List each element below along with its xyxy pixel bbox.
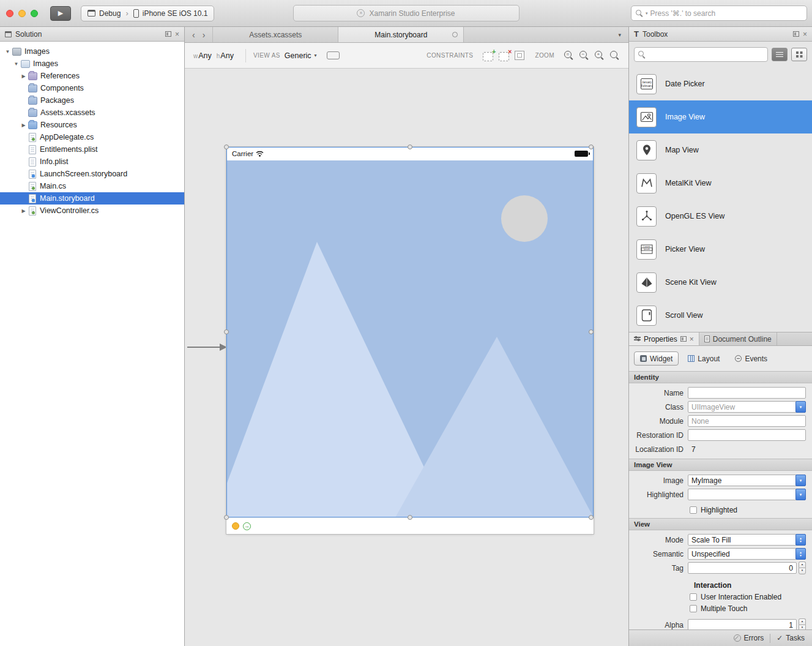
image-view-placeholder[interactable] — [226, 160, 594, 517]
zoom-in-icon[interactable]: + — [595, 51, 605, 61]
tree-item-appdelegate[interactable]: AppDelegate.cs — [0, 131, 184, 143]
semantic-popup[interactable]: Unspecified ▲▼ — [688, 548, 806, 560]
toolbox-search-input[interactable] — [648, 50, 764, 59]
tab-assets-xcassets[interactable]: Assets.xcassets — [213, 27, 338, 42]
resize-handle-top-center[interactable] — [408, 145, 412, 149]
tree-item-references[interactable]: ▶ References — [0, 70, 184, 82]
tab-document-outline[interactable]: Document Outline — [699, 332, 777, 345]
resize-handle-middle-right[interactable] — [589, 329, 594, 334]
close-panel-icon[interactable]: × — [803, 31, 807, 38]
tree-item-mainstoryboard[interactable]: Main.storyboard — [0, 192, 184, 205]
search-scope-caret-icon[interactable]: ▾ — [646, 11, 648, 16]
view-controller-icon[interactable] — [232, 522, 239, 530]
close-panel-icon[interactable]: × — [690, 336, 694, 343]
dock-panel-icon[interactable] — [793, 31, 799, 37]
mode-popup[interactable]: Scale To Fill ▲▼ — [688, 534, 806, 546]
semantic-popup-arrows-icon[interactable]: ▲▼ — [795, 548, 806, 560]
disclosure-open-icon[interactable]: ▼ — [4, 49, 12, 54]
zoom-window-button[interactable] — [31, 10, 38, 17]
toolbox-item-metalkit-view[interactable]: MetalKit View — [629, 167, 812, 200]
tag-stepper[interactable]: ▲ ▼ — [799, 561, 806, 574]
zoom-out-icon[interactable]: − — [579, 51, 589, 61]
zoom-fit-icon[interactable]: = — [564, 51, 574, 61]
configuration-selector[interactable]: Debug — [88, 9, 121, 18]
view-controller-scene[interactable]: Carrier — [226, 147, 594, 534]
alpha-field[interactable]: 1 — [688, 619, 797, 629]
tree-item-resources[interactable]: ▶ Resources — [0, 119, 184, 131]
tree-item-assets[interactable]: Assets.xcassets — [0, 107, 184, 119]
resize-handle-top-left[interactable] — [224, 145, 229, 149]
tree-item-solution-images[interactable]: ▼ Images — [0, 45, 184, 58]
image-combo-arrow-icon[interactable]: ▼ — [795, 475, 806, 486]
name-field[interactable] — [688, 387, 806, 399]
toolbox-grid-view-button[interactable] — [791, 48, 807, 61]
tree-item-maincs[interactable]: Main.cs — [0, 180, 184, 192]
close-window-button[interactable] — [6, 10, 13, 17]
device-selector[interactable]: iPhone SE iOS 10.1 — [133, 9, 208, 18]
stepper-down-icon[interactable]: ▼ — [799, 568, 806, 574]
remove-constraint-icon[interactable]: × — [499, 52, 509, 61]
disclosure-closed-icon[interactable]: ▶ — [20, 208, 28, 214]
resize-handle-bottom-center[interactable] — [408, 515, 412, 520]
toolbox-list-view-button[interactable] — [772, 48, 788, 61]
tree-item-components[interactable]: Components — [0, 82, 184, 94]
navigate-forward-icon[interactable]: › — [203, 31, 206, 39]
stepper-up-icon[interactable]: ▲ — [799, 618, 806, 625]
dock-panel-icon[interactable] — [680, 336, 687, 342]
dock-panel-icon[interactable] — [165, 31, 171, 37]
events-button[interactable]: Events — [729, 351, 773, 366]
resize-handle-bottom-right[interactable] — [589, 515, 594, 520]
disclosure-closed-icon[interactable]: ▶ — [20, 122, 28, 128]
highlighted-checkbox[interactable] — [690, 506, 697, 514]
resize-handle-top-right[interactable] — [589, 145, 594, 149]
stepper-up-icon[interactable]: ▲ — [799, 561, 806, 568]
toolbox-item-scroll-view[interactable]: Scroll View — [629, 299, 812, 332]
tree-item-infoplist[interactable]: Info.plist — [0, 156, 184, 168]
tab-list-dropdown-icon[interactable]: ▾ — [611, 27, 628, 42]
view-as-dropdown[interactable]: Generic ▾ — [285, 51, 317, 60]
tree-item-launchscreen[interactable]: LaunchScreen.storyboard — [0, 168, 184, 180]
disclosure-open-icon[interactable]: ▼ — [12, 61, 20, 67]
highlighted-combo-arrow-icon[interactable]: ▼ — [795, 489, 806, 500]
alpha-stepper[interactable]: ▲ ▼ — [799, 618, 806, 629]
size-class-control[interactable]: w Any h Any — [193, 51, 238, 60]
zoom-actual-size-icon[interactable] — [610, 51, 620, 61]
resize-handle-middle-left[interactable] — [224, 329, 229, 334]
toolbox-item-map-view[interactable]: Map View — [629, 133, 812, 167]
user-interaction-checkbox[interactable] — [690, 593, 697, 601]
layout-button[interactable]: Layout — [682, 351, 726, 366]
tree-item-packages[interactable]: Packages — [0, 94, 184, 107]
toolbox-item-date-picker[interactable]: January February Date Picker — [629, 67, 812, 100]
minimize-window-button[interactable] — [18, 10, 26, 17]
update-frames-icon[interactable] — [515, 51, 524, 60]
highlighted-image-field[interactable]: ▼ — [688, 489, 806, 500]
image-field[interactable]: MyImage ▼ — [688, 475, 806, 486]
toolbox-item-image-view[interactable]: Image View — [629, 100, 812, 133]
run-button[interactable]: ▶ — [50, 6, 71, 21]
tag-field[interactable]: 0 — [688, 562, 797, 574]
toolbox-item-picker-view[interactable]: Lorem Ipsum Picker View — [629, 233, 812, 266]
multiple-touch-checkbox[interactable] — [690, 605, 697, 612]
class-field[interactable]: UIImageView ▼ — [688, 401, 806, 413]
navigate-back-icon[interactable]: ‹ — [192, 31, 195, 39]
mode-popup-arrows-icon[interactable]: ▲▼ — [795, 534, 806, 546]
restoration-id-field[interactable] — [688, 429, 806, 441]
search-input[interactable] — [650, 9, 802, 18]
tree-item-viewcontroller[interactable]: ▶ ViewController.cs — [0, 205, 184, 217]
module-field[interactable]: None — [688, 415, 806, 427]
errors-button[interactable]: Errors — [734, 634, 764, 642]
tree-item-project-images[interactable]: ▼ Images — [0, 58, 184, 70]
orientation-icon[interactable] — [327, 51, 340, 59]
close-panel-icon[interactable]: × — [175, 31, 179, 38]
stepper-down-icon[interactable]: ▼ — [799, 625, 806, 629]
add-constraint-icon[interactable]: + — [483, 52, 493, 61]
initial-view-controller-arrow[interactable] — [187, 342, 228, 353]
tab-properties[interactable]: Properties × — [629, 332, 699, 345]
tree-item-entitlements[interactable]: Entitlements.plist — [0, 143, 184, 156]
resize-handle-bottom-left[interactable] — [224, 515, 229, 520]
tasks-button[interactable]: ✓ Tasks — [777, 634, 805, 642]
storyboard-canvas[interactable]: Carrier — [185, 69, 628, 646]
toolbox-item-scene-kit-view[interactable]: Scene Kit View — [629, 266, 812, 299]
tab-close-icon[interactable] — [452, 32, 458, 37]
class-combo-arrow-icon[interactable]: ▼ — [795, 401, 806, 413]
